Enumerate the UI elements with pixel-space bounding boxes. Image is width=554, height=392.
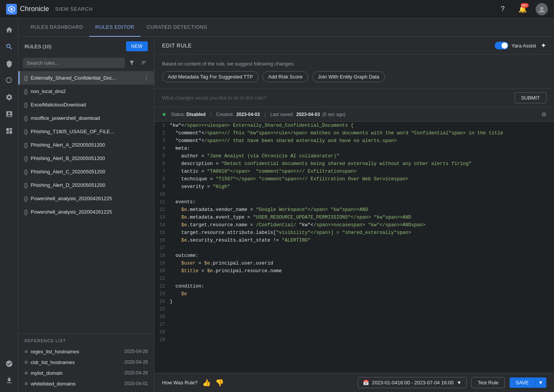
reference-item[interactable]: ≡ mylist_domain 2020-04-26 [25, 368, 148, 378]
add-metadata-button[interactable]: Add Metadata Tag For Suggested TTP [162, 71, 259, 82]
rule-item[interactable]: {} non_local_dns2 ⋮ [18, 85, 154, 98]
line-number: 3 [154, 137, 170, 145]
rail-home-icon[interactable] [2, 23, 16, 37]
line-content: } [170, 298, 554, 305]
rail-admin-icon[interactable] [2, 357, 16, 371]
rail-detect-icon[interactable] [2, 57, 16, 70]
line-number: 7 [154, 168, 170, 175]
ref-list-icon: ≡ [25, 359, 28, 365]
rule-item[interactable]: {} Phishing_T1805_USAGE_OF_FILE... ⋮ [18, 125, 154, 138]
line-content [170, 275, 554, 283]
code-line: 16 $e.security_results.alert_state != "A… [154, 237, 554, 244]
tab-bar: RULES DASHBOARD RULES EDITOR CURATED DET… [18, 18, 554, 37]
code-line: 22 condition: [154, 283, 554, 290]
new-rule-button[interactable]: NEW [126, 41, 148, 51]
rule-item[interactable]: {} msoffice_powershell_download ⋮ [18, 111, 154, 125]
thumbs-down-button[interactable]: 👎 [215, 379, 224, 387]
logo-area: Chronicle [6, 4, 49, 15]
line-number: 5 [154, 152, 170, 160]
code-line: 25 [154, 305, 554, 313]
thumbs-up-button[interactable]: 👍 [202, 379, 211, 387]
rule-item[interactable]: {} Phishing_Alert_B_202005051200 ⋮ [18, 152, 154, 165]
search-input[interactable] [23, 58, 125, 68]
sparkle-icon[interactable]: ✦ [541, 41, 546, 50]
code-line: 3 "comment"</span>>// that have been sha… [154, 137, 554, 145]
save-dropdown-button[interactable]: ▼ [535, 377, 546, 388]
reference-item[interactable]: ≡ cidr_list_hostnames 2020-04-26 [25, 357, 148, 368]
rule-name: Phishing_Alert_A_202005051200 [31, 142, 143, 148]
join-entity-graph-button[interactable]: Join With Entity Graph Data [312, 71, 385, 82]
line-content: author = "Jane Analyst (via Chronicle AI… [170, 152, 554, 160]
rule-item[interactable]: {} Powershell_analysis_202004261225 ⋮ [18, 192, 154, 205]
notification-badge: 99+ [521, 3, 529, 8]
submit-button[interactable]: SUBMIT [515, 92, 546, 103]
toggle-switch[interactable] [495, 42, 508, 49]
code-line: 10 [154, 191, 554, 198]
tab-curated-detections[interactable]: CURATED DETECTIONS [141, 18, 213, 37]
line-content [170, 313, 554, 321]
line-number: 12 [154, 206, 170, 214]
reference-item[interactable]: ≡ whitelisted_domains 2020-04-01 [25, 378, 148, 389]
avatar[interactable] [536, 3, 548, 15]
rule-name: non_local_dns2 [31, 88, 143, 94]
collapse-button[interactable]: ⊖ [541, 111, 546, 118]
reference-item[interactable]: ≡ regex_list_hostnames 2020-04-26 [25, 346, 148, 357]
rail-investigate-icon[interactable] [2, 74, 16, 87]
rule-name: Phishing_Alert_D_202005051200 [31, 182, 143, 188]
how-was-rule-label: How Was Rule? [162, 380, 198, 385]
tab-rules-dashboard[interactable]: RULES DASHBOARD [25, 18, 89, 37]
line-number: 22 [154, 283, 170, 290]
top-nav-right: ? 🔔 99+ [496, 2, 548, 16]
date-range-button[interactable]: 📅 2023-01-0416:00 - 2023-07-04 16:00 ▼ [358, 377, 467, 388]
rule-menu-icon[interactable]: ⋮ [143, 74, 149, 82]
rule-item[interactable]: {} Phishing_Alert_D_202005051200 ⋮ [18, 178, 154, 192]
sidebar: RULES (10) NEW {} Externally_Shared_C [18, 37, 154, 392]
query-input[interactable] [162, 95, 510, 101]
rail-search-icon[interactable] [2, 40, 16, 54]
rule-bracket-icon: {} [24, 142, 28, 148]
rail-analytics-icon[interactable] [2, 107, 16, 121]
rule-name: Powershell_analysis_202004261225 [31, 196, 143, 201]
test-rule-button[interactable]: Test Rule [471, 377, 505, 388]
suggestion-buttons: Add Metadata Tag For Suggested TTP Add R… [162, 71, 546, 82]
editor-panel: EDIT RULE Yara Assist ✦ Based on content [154, 37, 554, 392]
rule-item[interactable]: {} Phishing_Alert_A_202005051200 ⋮ [18, 138, 154, 152]
line-content [170, 244, 554, 252]
rail-boards-icon[interactable] [2, 124, 16, 138]
code-area[interactable]: 1"kw"</span>>rulespan> Externally_Shared… [154, 122, 554, 373]
yara-assist-toggle[interactable]: Yara Assist [495, 42, 536, 49]
line-number: 21 [154, 275, 170, 283]
save-button[interactable]: SAVE [510, 377, 535, 388]
rail-upload-icon[interactable] [2, 374, 16, 387]
rule-item[interactable]: {} ExcelMaliciousDownload ⋮ [18, 98, 154, 111]
code-line: 24} [154, 298, 554, 305]
tab-rules-editor[interactable]: RULES EDITOR [89, 18, 141, 37]
saved-date: 2023-04-03 [297, 112, 320, 117]
rule-item[interactable]: {} Phishing_Alert_C_202005051200 ⋮ [18, 165, 154, 178]
rule-name: Externally_Shared_Confidential_Doc... [31, 75, 143, 81]
toggle-knob [502, 42, 508, 49]
line-content: "kw"</span>>rulespan> Externally_Shared_… [170, 122, 554, 129]
code-line: 1"kw"</span>>rulespan> Externally_Shared… [154, 122, 554, 129]
line-number: 24 [154, 298, 170, 305]
sort-icon[interactable] [139, 57, 149, 68]
svg-point-2 [540, 7, 543, 10]
rule-item[interactable]: {} Externally_Shared_Confidential_Doc...… [18, 71, 154, 85]
notifications-button[interactable]: 🔔 99+ [516, 2, 529, 16]
add-risk-score-button[interactable]: Add Risk Score [262, 71, 308, 82]
ref-date: 2020-04-26 [125, 349, 148, 354]
ref-date: 2020-04-01 [125, 381, 148, 386]
code-line: 11 events: [154, 198, 554, 206]
line-content [170, 336, 554, 344]
code-line: 14 $e.target.resource.name = /Confidenti… [154, 221, 554, 229]
rule-name: ExcelMaliciousDownload [31, 102, 143, 108]
code-line: 9 severity = "High" [154, 183, 554, 191]
help-button[interactable]: ? [496, 2, 510, 16]
line-content [170, 305, 554, 313]
chevron-down-icon: ▼ [457, 380, 462, 385]
rule-item[interactable]: {} Powershell_analysis_202004261225 ⋮ [18, 205, 154, 219]
save-button-group: SAVE ▼ [510, 377, 546, 388]
filter-icon[interactable] [126, 57, 137, 68]
rail-settings-icon[interactable] [2, 90, 16, 104]
reference-list-section: REFERENCE LIST ≡ regex_list_hostnames 20… [18, 333, 154, 392]
